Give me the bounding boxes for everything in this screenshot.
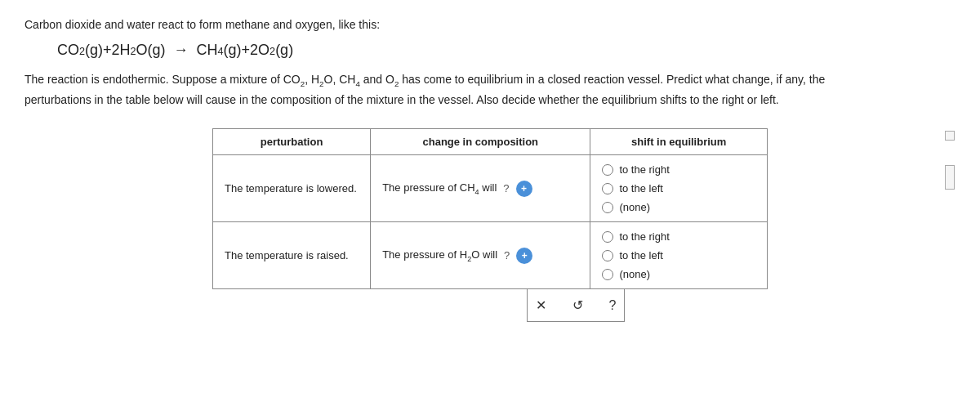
composition-cell-2: The pressure of H2O will ? + (371, 222, 590, 289)
radio-left-2[interactable] (602, 250, 613, 261)
radio-right-2[interactable] (602, 231, 613, 243)
undo-button[interactable]: ↺ (569, 296, 586, 315)
radio-label-none-2: (none) (619, 268, 650, 280)
scroll-indicator-1 (945, 131, 955, 141)
question-mark-2: ? (504, 249, 510, 261)
expand-button-2[interactable]: + (516, 248, 532, 264)
table-row: The temperature is raised. The pressure … (213, 222, 768, 289)
scroll-indicator-2 (945, 165, 955, 190)
table-row: The temperature is lowered. The pressure… (213, 155, 768, 222)
radio-option-none-1[interactable]: (none) (602, 201, 755, 213)
header-perturbation: perturbation (213, 129, 371, 155)
expand-button-1[interactable]: + (516, 181, 532, 197)
question-mark-1: ? (503, 182, 509, 194)
intro-line1: Carbon dioxide and water react to form m… (24, 16, 956, 34)
table-wrapper: perturbation change in composition shift… (24, 128, 956, 322)
chemical-equation: CO2(g)+2H2O(g) → CH4(g)+2O2(g) (57, 42, 956, 59)
radio-label-none-1: (none) (619, 201, 650, 213)
radio-option-right-1[interactable]: to the right (602, 163, 755, 176)
perturbation-cell-1: The temperature is lowered. (213, 155, 371, 222)
bottom-toolbar: ✕ ↺ ? (527, 288, 625, 322)
radio-left-1[interactable] (602, 183, 613, 194)
right-panel (944, 131, 956, 190)
composition-text-1: The pressure of CH4 will (382, 181, 497, 196)
close-button[interactable]: ✕ (532, 296, 550, 315)
radio-label-left-1: to the left (619, 182, 662, 194)
perturbation-text-1: The temperature is lowered. (225, 182, 357, 194)
radio-label-left-2: to the left (619, 249, 662, 261)
perturbation-cell-2: The temperature is raised. (213, 222, 371, 289)
composition-inner-2: The pressure of H2O will ? + (382, 248, 578, 264)
shift-cell-2: to the right to the left (none) (590, 222, 768, 289)
radio-group-1: to the right to the left (none) (602, 163, 755, 213)
equation-right: CH4(g)+2O2(g) (197, 42, 294, 59)
radio-option-left-1[interactable]: to the left (602, 182, 755, 194)
page-container: Carbon dioxide and water react to form m… (24, 16, 956, 322)
composition-inner-1: The pressure of CH4 will ? + (382, 181, 578, 197)
radio-label-right-1: to the right (619, 163, 669, 176)
radio-option-none-2[interactable]: (none) (602, 268, 755, 280)
description-text: The reaction is endothermic. Suppose a m… (24, 70, 956, 110)
perturbation-text-2: The temperature is raised. (225, 249, 349, 261)
composition-text-2: The pressure of H2O will (382, 248, 497, 263)
radio-option-left-2[interactable]: to the left (602, 249, 755, 261)
header-shift: shift in equilibrium (590, 129, 768, 155)
shift-cell-1: to the right to the left (none) (590, 155, 768, 222)
equation-arrow: → (174, 42, 189, 59)
help-button[interactable]: ? (606, 297, 620, 315)
radio-label-right-2: to the right (619, 230, 669, 243)
radio-group-2: to the right to the left (none) (602, 230, 755, 280)
radio-right-1[interactable] (602, 164, 613, 176)
composition-cell-1: The pressure of CH4 will ? + (371, 155, 590, 222)
equilibrium-table: perturbation change in composition shift… (212, 128, 768, 289)
radio-none-1[interactable] (602, 202, 613, 213)
radio-none-2[interactable] (602, 269, 613, 280)
header-change: change in composition (371, 129, 590, 155)
equation-left: CO2(g)+2H2O(g) (57, 42, 166, 59)
radio-option-right-2[interactable]: to the right (602, 230, 755, 243)
